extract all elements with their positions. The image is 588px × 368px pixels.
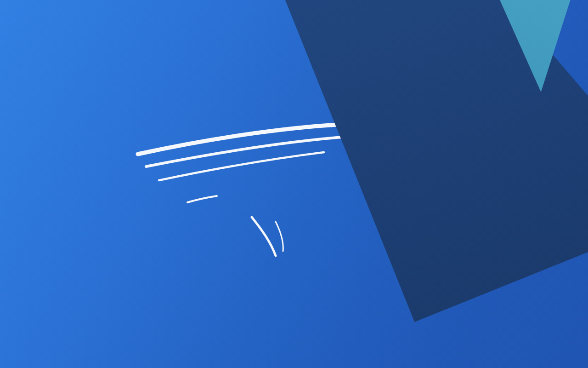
desktop-screen: $_ 1 2 3 4 (0, 0, 588, 368)
wallpaper-teal-triangle (0, 0, 588, 368)
wallpaper (0, 0, 588, 368)
